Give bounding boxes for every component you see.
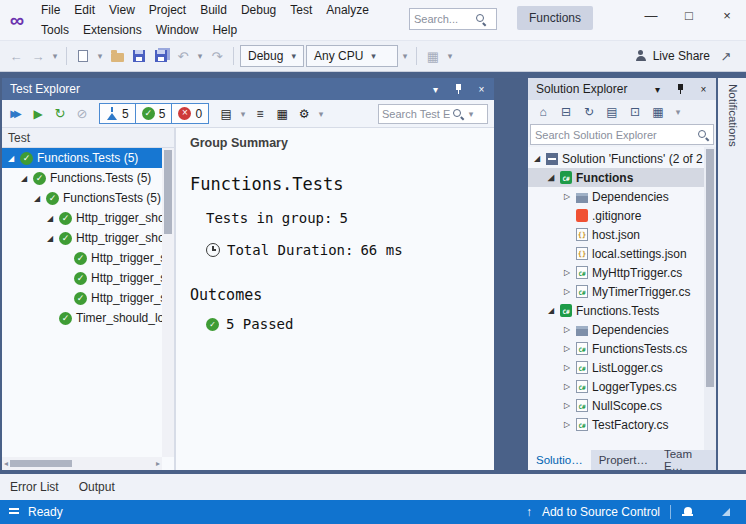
expander-icon[interactable] xyxy=(562,325,572,334)
menu-view[interactable]: View xyxy=(102,0,142,20)
tab-output[interactable]: Output xyxy=(79,480,115,494)
scroll-right-icon[interactable]: ▸ xyxy=(156,459,160,468)
expander-icon[interactable] xyxy=(546,173,556,182)
toolbar-options-icon[interactable]: ▦ xyxy=(423,45,443,67)
test-tree-row[interactable]: Functions.Tests (5) xyxy=(2,168,162,188)
window-position-icon[interactable]: ▾ xyxy=(649,81,666,97)
menu-project[interactable]: Project xyxy=(142,0,193,20)
expander-icon[interactable] xyxy=(532,154,542,163)
share-icon[interactable]: ↗ xyxy=(716,45,736,67)
maximize-button[interactable]: □ xyxy=(670,0,708,30)
playlist-dropdown-icon[interactable]: ▾ xyxy=(238,103,248,125)
expander-icon[interactable] xyxy=(19,174,29,183)
expander-icon[interactable] xyxy=(562,192,572,201)
expander-icon[interactable] xyxy=(562,287,572,296)
expander-icon[interactable] xyxy=(562,268,572,277)
navigate-back-icon[interactable]: ← xyxy=(6,45,26,67)
menu-test[interactable]: Test xyxy=(283,0,319,20)
solution-tree-row[interactable]: Solution 'Functions' (2 of 2 p xyxy=(528,149,704,168)
notifications-bell-icon[interactable] xyxy=(681,506,694,519)
vertical-scrollbar[interactable] xyxy=(162,148,174,457)
solution-tree-row[interactable]: local.settings.json xyxy=(528,244,704,263)
test-column-header[interactable]: Test xyxy=(2,128,174,148)
minimize-button[interactable]: — xyxy=(632,0,670,30)
scrollbar-thumb[interactable] xyxy=(164,150,172,234)
new-file-dropdown-icon[interactable]: ▾ xyxy=(95,45,105,67)
redo-icon[interactable]: ↷ xyxy=(207,45,227,67)
test-tree-row[interactable]: Http_trigger_shoul xyxy=(2,228,162,248)
platform-dropdown[interactable]: Any CPU ▾ xyxy=(306,45,398,67)
menu-help[interactable]: Help xyxy=(205,20,244,40)
collapse-all-icon[interactable]: ⊟ xyxy=(558,103,574,121)
passed-tests-filter[interactable]: 5 xyxy=(136,104,173,123)
pin-icon[interactable] xyxy=(450,81,467,97)
pin-icon[interactable] xyxy=(672,81,689,97)
test-tree-row[interactable]: Http_trigger_shoul xyxy=(2,208,162,228)
solution-tree-row[interactable]: NullScope.cs xyxy=(528,396,704,415)
menu-build[interactable]: Build xyxy=(193,0,234,20)
solution-search-input[interactable] xyxy=(535,129,695,141)
cancel-run-icon[interactable]: ⊘ xyxy=(72,104,92,124)
expander-icon[interactable] xyxy=(6,154,16,163)
menu-analyze[interactable]: Analyze xyxy=(319,0,376,20)
playlist-icon[interactable]: ▤ xyxy=(216,104,236,124)
solution-tree-row[interactable]: Dependencies xyxy=(528,320,704,339)
test-tree-row[interactable]: Functions.Tests (5) xyxy=(2,148,162,168)
total-tests-filter[interactable]: 5 xyxy=(100,104,136,123)
repeat-last-run-icon[interactable]: ↻ xyxy=(50,104,70,124)
save-icon[interactable] xyxy=(129,45,149,67)
expander-icon[interactable] xyxy=(562,382,572,391)
undo-icon[interactable]: ↶ xyxy=(173,45,193,67)
menu-window[interactable]: Window xyxy=(149,20,206,40)
test-search-input[interactable] xyxy=(382,108,450,120)
menu-debug[interactable]: Debug xyxy=(234,0,283,20)
tab-properties[interactable]: Propert… xyxy=(591,450,656,470)
undo-dropdown-icon[interactable]: ▾ xyxy=(195,45,205,67)
expander-icon[interactable] xyxy=(562,420,572,429)
expander-icon[interactable] xyxy=(45,234,55,243)
solution-explorer-header[interactable]: Solution Explorer ▾ × xyxy=(528,78,716,100)
solution-tree-row[interactable]: LoggerTypes.cs xyxy=(528,377,704,396)
quick-launch-search[interactable] xyxy=(409,8,497,30)
solution-tree-row[interactable]: host.json xyxy=(528,225,704,244)
expander-icon[interactable] xyxy=(45,214,55,223)
live-share-label[interactable]: Live Share xyxy=(653,49,710,63)
passed-outcome-line[interactable]: 5 Passed xyxy=(206,316,480,332)
test-tree-row[interactable]: Http_trigger_sho xyxy=(2,288,162,308)
run-target-dropdown-icon[interactable]: ▾ xyxy=(400,45,410,67)
settings-gear-icon[interactable]: ⚙ xyxy=(294,104,314,124)
solution-tree-row[interactable]: ListLogger.cs xyxy=(528,358,704,377)
expander-icon[interactable] xyxy=(562,344,572,353)
open-folder-icon[interactable] xyxy=(107,45,127,67)
solution-tree-row[interactable]: MyTimerTrigger.cs xyxy=(528,282,704,301)
scrollbar-thumb[interactable] xyxy=(10,460,72,467)
solution-tree-row[interactable]: Functions xyxy=(528,168,704,187)
solution-search-box[interactable] xyxy=(530,124,714,145)
horizontal-scrollbar[interactable]: ◂ ▸ xyxy=(2,457,162,470)
menu-edit[interactable]: Edit xyxy=(67,0,102,20)
solution-tree-row[interactable]: Dependencies xyxy=(528,187,704,206)
expander-icon[interactable] xyxy=(562,401,572,410)
solution-tree-row[interactable]: Functions.Tests xyxy=(528,301,704,320)
expander-icon[interactable] xyxy=(32,194,42,203)
toolbar-options-dropdown-icon[interactable]: ▾ xyxy=(445,45,455,67)
sync-with-active-document-icon[interactable]: ↻ xyxy=(581,103,597,121)
run-all-tests-icon[interactable]: ▶▶ xyxy=(6,104,26,124)
close-button[interactable]: × xyxy=(708,0,746,30)
expander-icon[interactable] xyxy=(546,306,556,315)
save-all-icon[interactable] xyxy=(151,45,171,67)
notifications-tab[interactable]: Notifications xyxy=(725,84,739,147)
add-to-source-control[interactable]: Add to Source Control xyxy=(542,505,660,519)
solution-tree-row[interactable]: .gitignore xyxy=(528,206,704,225)
group-by-icon[interactable]: ≡ xyxy=(250,104,270,124)
properties-icon[interactable]: ⊡ xyxy=(627,103,643,121)
test-tree-row[interactable]: Http_trigger_sho xyxy=(2,268,162,288)
menu-file[interactable]: File xyxy=(34,0,67,20)
tab-team-explorer[interactable]: Team E… xyxy=(656,450,716,470)
home-icon[interactable]: ⌂ xyxy=(535,103,551,121)
failed-tests-filter[interactable]: 0 xyxy=(172,104,208,123)
search-dropdown-icon[interactable]: ▾ xyxy=(466,103,476,125)
expander-icon[interactable] xyxy=(562,363,572,372)
test-tree-row[interactable]: Timer_should_log_ xyxy=(2,308,162,328)
scrollbar-thumb[interactable] xyxy=(706,149,714,387)
